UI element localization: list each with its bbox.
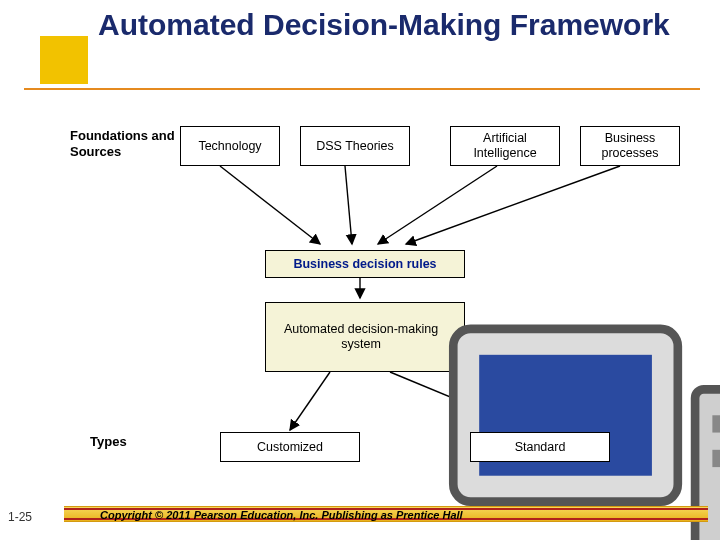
box-automated-decision-making-system: Automated decision-making system: [265, 302, 465, 372]
box-dss-theories-text: DSS Theories: [316, 139, 394, 154]
box-customized: Customized: [220, 432, 360, 462]
box-standard-text: Standard: [515, 440, 566, 455]
svg-rect-11: [712, 450, 720, 467]
box-artificial-intelligence: Artificial Intelligence: [450, 126, 560, 166]
box-business-decision-rules: Business decision rules: [265, 250, 465, 278]
copyright-text: Copyright © 2011 Pearson Education, Inc.…: [100, 509, 463, 521]
box-bp-text: Business processes: [581, 131, 679, 161]
box-business-processes: Business processes: [580, 126, 680, 166]
box-ai-text: Artificial Intelligence: [451, 131, 559, 161]
box-customized-text: Customized: [257, 440, 323, 455]
label-types: Types: [90, 434, 127, 450]
svg-line-0: [220, 166, 320, 244]
label-foundations: Foundations and Sources: [70, 128, 180, 159]
box-rules-text: Business decision rules: [293, 257, 436, 272]
title-underline: [24, 88, 700, 90]
slide-number: 1-25: [8, 510, 32, 524]
box-technology-text: Technology: [198, 139, 261, 154]
svg-line-1: [345, 166, 352, 244]
box-standard: Standard: [470, 432, 610, 462]
diagram: Foundations and Sources Technology DSS T…: [0, 110, 720, 490]
box-dss-theories: DSS Theories: [300, 126, 410, 166]
page-title: Automated Decision-Making Framework: [98, 8, 670, 42]
box-technology: Technology: [180, 126, 280, 166]
title-accent-square: [40, 36, 88, 84]
svg-rect-10: [712, 415, 720, 432]
